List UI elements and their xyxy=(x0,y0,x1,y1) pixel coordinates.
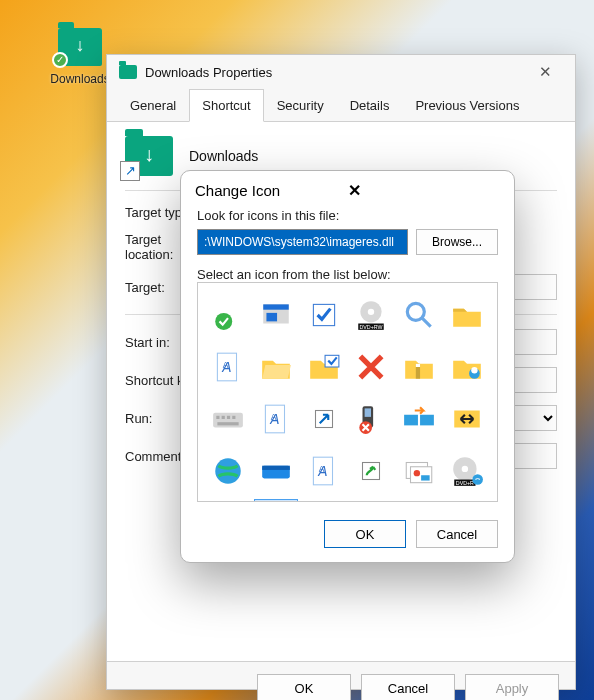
compress-icon[interactable] xyxy=(445,395,489,443)
item-icon: ↓ ↗ xyxy=(125,136,173,176)
item-name: Downloads xyxy=(189,148,258,164)
svg-rect-14 xyxy=(325,355,339,367)
computers-transfer-icon[interactable] xyxy=(397,395,441,443)
svg-point-35 xyxy=(215,458,241,484)
svg-rect-21 xyxy=(222,416,225,419)
apply-button[interactable]: Apply xyxy=(465,674,559,700)
svg-rect-45 xyxy=(421,475,430,480)
svg-text:A: A xyxy=(318,464,324,474)
svg-rect-24 xyxy=(217,422,238,425)
svg-point-0 xyxy=(215,313,232,330)
disc-audio-icon[interactable]: DVD+R xyxy=(445,447,489,495)
keyboard-icon[interactable] xyxy=(206,395,250,443)
shield-check-icon[interactable] xyxy=(206,291,250,339)
folder-icon[interactable] xyxy=(445,291,489,339)
svg-line-10 xyxy=(422,318,431,327)
svg-point-50 xyxy=(472,474,483,485)
delete-x-icon[interactable] xyxy=(349,343,393,391)
icon-path-input[interactable] xyxy=(197,229,408,255)
svg-text:DVD+R: DVD+R xyxy=(456,480,474,486)
checkbox-icon[interactable] xyxy=(302,291,346,339)
share-overlay-icon[interactable] xyxy=(349,447,393,495)
folder-checked-icon[interactable] xyxy=(302,343,346,391)
close-icon[interactable]: ✕ xyxy=(527,63,563,81)
tab-general[interactable]: General xyxy=(117,89,189,122)
svg-rect-37 xyxy=(262,466,290,470)
cancel-button[interactable]: Cancel xyxy=(361,674,455,700)
downloads-folder-icon[interactable] xyxy=(254,499,298,502)
file-font2-icon[interactable]: AA xyxy=(254,395,298,443)
svg-rect-3 xyxy=(266,313,277,322)
window-title: Downloads Properties xyxy=(145,65,527,80)
magnifier-icon[interactable] xyxy=(397,291,441,339)
tab-strip: General Shortcut Security Details Previo… xyxy=(107,89,575,122)
disc-dvdrw-icon[interactable]: DVD+RW xyxy=(349,291,393,339)
svg-text:A: A xyxy=(223,360,229,370)
svg-point-18 xyxy=(471,367,477,373)
dialog-button-bar: OK Cancel Apply xyxy=(107,662,575,700)
close-icon[interactable]: ✕ xyxy=(348,181,501,200)
tab-security[interactable]: Security xyxy=(264,89,337,122)
browse-button[interactable]: Browse... xyxy=(416,229,498,255)
desktop-shortcut-label: Downloads xyxy=(48,72,112,86)
svg-rect-33 xyxy=(420,415,434,426)
titlebar[interactable]: Downloads Properties ✕ xyxy=(107,55,575,89)
zip-folder-icon[interactable] xyxy=(397,343,441,391)
svg-point-47 xyxy=(462,466,468,472)
ok-button[interactable]: OK xyxy=(257,674,351,700)
folder-open-icon[interactable] xyxy=(254,343,298,391)
svg-point-9 xyxy=(408,303,425,320)
svg-rect-22 xyxy=(227,416,230,419)
file-font-icon[interactable]: AA xyxy=(206,343,250,391)
window-icon xyxy=(119,65,137,79)
svg-rect-30 xyxy=(365,408,371,417)
window-icon[interactable] xyxy=(254,291,298,339)
file-font3-icon[interactable]: AA xyxy=(302,447,346,495)
globe-icon[interactable] xyxy=(206,447,250,495)
icon-list[interactable]: DVD+RWAAAAAADVD+R xyxy=(197,282,498,502)
svg-rect-20 xyxy=(216,416,219,419)
device-error-icon[interactable] xyxy=(349,395,393,443)
shortcut-overlay-icon[interactable] xyxy=(302,395,346,443)
svg-point-6 xyxy=(368,309,374,315)
drive-icon[interactable] xyxy=(254,447,298,495)
photos-icon[interactable] xyxy=(397,447,441,495)
svg-point-44 xyxy=(414,470,420,476)
tab-details[interactable]: Details xyxy=(337,89,403,122)
shortcut-arrow-overlay-icon: ↗ xyxy=(120,161,140,181)
desktop-shortcut[interactable]: ↓ ✓ Downloads xyxy=(48,28,112,86)
sync-check-badge: ✓ xyxy=(52,52,68,68)
svg-rect-2 xyxy=(263,304,289,309)
look-label: Look for icons in this file: xyxy=(197,208,498,223)
svg-rect-32 xyxy=(404,415,418,426)
ok-button[interactable]: OK xyxy=(324,520,406,548)
music-disc-icon[interactable] xyxy=(206,499,250,502)
tab-previous-versions[interactable]: Previous Versions xyxy=(402,89,532,122)
downloads-folder-icon: ↓ ✓ xyxy=(58,28,102,66)
svg-text:DVD+RW: DVD+RW xyxy=(360,324,383,330)
svg-rect-16 xyxy=(416,364,420,367)
tab-shortcut[interactable]: Shortcut xyxy=(189,89,263,122)
select-label: Select an icon from the list below: xyxy=(197,267,498,282)
cancel-button[interactable]: Cancel xyxy=(416,520,498,548)
svg-text:A: A xyxy=(270,412,276,422)
dialog-title: Change Icon xyxy=(195,182,348,199)
change-icon-dialog: Change Icon ✕ Look for icons in this fil… xyxy=(180,170,515,563)
user-folder-icon[interactable] xyxy=(445,343,489,391)
svg-rect-23 xyxy=(232,416,235,419)
